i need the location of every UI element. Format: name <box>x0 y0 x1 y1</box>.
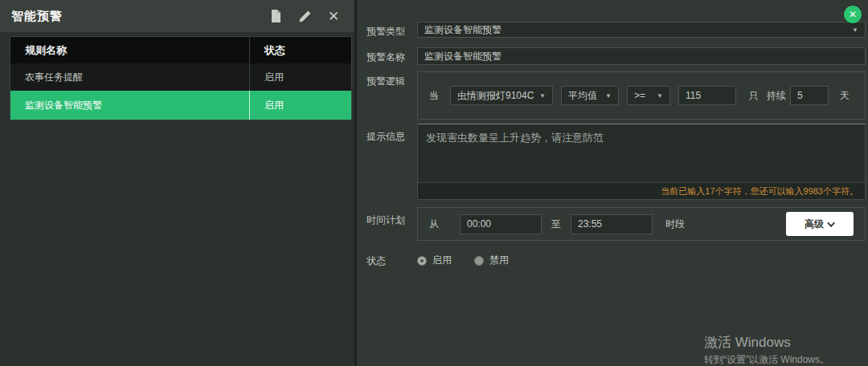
advanced-label: 高级 <box>805 218 824 231</box>
duration-label: 持续 <box>767 89 786 103</box>
days-label: 天 <box>840 89 850 103</box>
time-plan-row: 时间计划 从 00:00 至 23:55 时段 高级 <box>366 207 866 241</box>
time-plan-box: 从 00:00 至 23:55 时段 高级 <box>417 207 866 241</box>
new-document-glyph <box>269 9 282 23</box>
chevron-down-icon: ▼ <box>852 26 858 34</box>
alert-logic-box: 当 虫情测报灯9104C ▼ 平均值 ▼ >= ▼ <box>417 71 866 120</box>
rule-name-cell[interactable]: 农事任务提醒 <box>10 64 249 91</box>
close-form-button[interactable]: ✕ <box>844 6 862 23</box>
chevron-down-icon: ▼ <box>605 92 612 100</box>
rule-status-cell: 启用 <box>249 91 351 120</box>
to-label: 至 <box>551 218 561 231</box>
operator-select[interactable]: >= ▼ <box>627 86 670 105</box>
status-row: 状态 启用 禁用 <box>366 251 866 268</box>
watermark-line1: 激活 Windows <box>704 333 829 352</box>
time-to-input[interactable]: 23:55 <box>571 214 653 234</box>
rules-table: 规则名称 状态 农事任务提醒 启用 监测设备智能预警 启用 <box>10 36 352 120</box>
threshold-input[interactable]: 115 <box>678 86 736 105</box>
column-header-rule-name: 规则名称 <box>10 37 249 63</box>
alert-name-input[interactable]: 监测设备智能预警 <box>417 47 866 65</box>
device-select[interactable]: 虫情测报灯9104C ▼ <box>450 86 553 105</box>
radio-disable[interactable]: 禁用 <box>474 254 509 267</box>
alert-logic-row: 预警逻辑 当 虫情测报灯9104C ▼ 平均值 ▼ <box>366 71 866 120</box>
time-plan-label: 时间计划 <box>366 207 417 227</box>
status-options: 启用 禁用 <box>417 251 866 267</box>
chevron-down-icon: ▼ <box>539 92 546 100</box>
radio-icon <box>474 256 484 266</box>
device-value: 虫情测报灯9104C <box>457 89 534 103</box>
rules-panel: 智能预警 ✕ 规则名称 <box>0 0 354 366</box>
chevron-down-icon <box>827 219 835 227</box>
rules-panel-header: 智能预警 ✕ <box>0 0 354 32</box>
column-header-status: 状态 <box>249 37 351 63</box>
alert-logic-label: 预警逻辑 <box>366 71 417 88</box>
alert-type-select[interactable]: 监测设备智能预警 ▼ <box>417 22 866 38</box>
alert-type-row: 预警类型 监测设备智能预警 ▼ <box>366 22 866 39</box>
alert-name-row: 预警名称 监测设备智能预警 <box>366 47 866 65</box>
alert-message-value: 发现害虫数量呈上升趋势，请注意防范 <box>418 124 865 182</box>
period-label: 时段 <box>665 218 685 231</box>
chevron-down-icon: ▼ <box>657 92 663 100</box>
when-label: 当 <box>429 89 439 103</box>
alert-type-value: 监测设备智能预警 <box>424 23 502 37</box>
rule-name-cell[interactable]: 监测设备智能预警 <box>10 91 249 120</box>
alert-message-textarea[interactable]: 发现害虫数量呈上升趋势，请注意防范 当前已输入17个字符，您还可以输入9983个… <box>417 124 866 200</box>
unit-label: 只 <box>749 89 759 103</box>
char-counter: 当前已输入17个字符，您还可以输入9983个字符。 <box>418 182 865 199</box>
panel-title: 智能预警 <box>11 9 268 24</box>
metric-value: 平均值 <box>568 89 597 103</box>
alert-name-label: 预警名称 <box>366 47 417 64</box>
alert-message-label: 提示信息 <box>366 124 417 144</box>
smart-alert-window: 智能预警 ✕ 规则名称 <box>0 0 868 366</box>
table-row-selected[interactable]: 监测设备智能预警 启用 <box>10 91 351 120</box>
radio-enable[interactable]: 启用 <box>417 254 452 267</box>
alert-message-row: 提示信息 发现害虫数量呈上升趋势，请注意防范 当前已输入17个字符，您还可以输入… <box>366 124 866 200</box>
new-document-icon[interactable] <box>268 8 284 24</box>
x-glyph: ✕ <box>328 10 339 23</box>
edit-pencil-icon[interactable] <box>297 8 313 24</box>
windows-activation-watermark: 激活 Windows 转到“设置”以激活 Windows。 <box>704 333 829 366</box>
panel-actions: ✕ <box>268 8 342 24</box>
close-icon: ✕ <box>849 9 857 20</box>
edit-pencil-glyph <box>298 10 312 23</box>
time-from-input[interactable]: 00:00 <box>460 214 542 234</box>
radio-disable-label: 禁用 <box>489 254 509 267</box>
alert-form: 预警类型 监测设备智能预警 ▼ 预警名称 监测设备智能预警 预警逻辑 <box>357 0 868 268</box>
status-label: 状态 <box>366 251 417 268</box>
advanced-button[interactable]: 高级 <box>786 212 854 236</box>
metric-select[interactable]: 平均值 ▼ <box>561 86 619 105</box>
table-row[interactable]: 农事任务提醒 启用 <box>10 63 351 91</box>
rule-status-cell: 启用 <box>249 64 351 91</box>
radio-enable-label: 启用 <box>432 254 452 267</box>
rules-table-header: 规则名称 状态 <box>10 37 351 63</box>
delete-x-icon[interactable]: ✕ <box>326 8 342 24</box>
from-label: 从 <box>429 218 439 231</box>
watermark-line2: 转到“设置”以激活 Windows。 <box>704 353 829 366</box>
operator-value: >= <box>634 90 645 101</box>
radio-icon <box>417 256 427 266</box>
alert-edit-form-panel: ✕ 预警类型 监测设备智能预警 ▼ 预警名称 监测设备智能预警 预警逻 <box>357 0 868 366</box>
duration-input[interactable]: 5 <box>790 86 829 105</box>
alert-type-label: 预警类型 <box>366 22 417 39</box>
